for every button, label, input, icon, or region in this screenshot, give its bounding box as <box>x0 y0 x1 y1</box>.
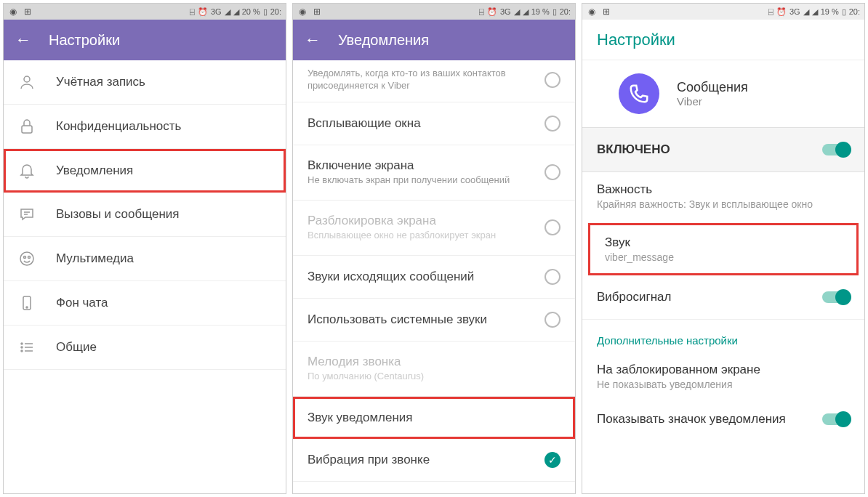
importance-item[interactable]: Важность Крайняя важность: Звук и всплыв… <box>582 172 864 220</box>
item-label: Мультимедиа <box>56 251 271 266</box>
item-label: Учётная запись <box>56 75 271 89</box>
vibro-title: Вибросигнал <box>597 290 671 304</box>
importance-sub: Крайняя важность: Звук и всплывающее окн… <box>597 198 850 210</box>
signal-icon: ◢ <box>514 7 520 17</box>
item-title: Звуки исходящих сообщений <box>308 270 544 284</box>
toggle-on-icon[interactable] <box>822 413 850 425</box>
settings-list: Учётная запись Конфиденциальность Уведом… <box>4 60 286 493</box>
eye-icon <box>587 7 597 17</box>
phone-3-android-settings: ⌸ ⏰ 3G ◢ ◢ 19 % ▯ 20: Настройки Сообщени… <box>582 3 865 494</box>
radio-icon[interactable] <box>544 164 560 180</box>
cast-icon: ⌸ <box>479 7 484 16</box>
signal-icon-2: ◢ <box>233 7 239 17</box>
item-label: Конфиденциальность <box>56 119 271 134</box>
settings-item-user[interactable]: Учётная запись <box>4 60 286 105</box>
teamviewer-icon <box>23 7 33 17</box>
importance-title: Важность <box>597 182 850 197</box>
settings-item-chat[interactable]: Вызовы и сообщения <box>4 193 286 237</box>
notification-item[interactable]: Использовать системные звуки <box>293 299 575 342</box>
item-label: Общие <box>56 340 271 355</box>
eye-icon <box>297 7 308 17</box>
settings-item-bell[interactable]: Уведомления <box>4 149 286 193</box>
enabled-toggle-row[interactable]: ВКЛЮЧЕНО <box>582 127 864 172</box>
notification-item[interactable]: Вибрация при звонке ✓ <box>293 439 575 482</box>
item-title: Разблокировка экрана <box>308 214 544 228</box>
item-label: Уведомления <box>56 163 271 178</box>
alarm-icon: ⏰ <box>198 7 208 17</box>
signal-icon: ◢ <box>803 7 809 17</box>
app-header: ← Уведомления <box>293 20 575 60</box>
viber-app-icon <box>619 73 659 114</box>
sound-item[interactable]: Звук viber_message <box>588 223 859 275</box>
svg-point-0 <box>24 76 30 82</box>
notification-item: Мелодия звонка По умолчанию (Centaurus) <box>293 342 575 397</box>
notifications-list: Уведомлять, когда кто-то из ваших контак… <box>293 60 575 493</box>
checkbox-checked-icon[interactable]: ✓ <box>544 452 560 468</box>
teamviewer-icon <box>312 7 322 17</box>
app-sub: Viber <box>677 95 748 108</box>
notification-item[interactable]: Звук уведомления <box>293 397 575 439</box>
notification-item: Разблокировка экрана Всплывающее окно не… <box>293 201 575 256</box>
enabled-label: ВКЛЮЧЕНО <box>597 142 670 157</box>
item-sub: Не включать экран при получении сообщени… <box>308 174 544 187</box>
settings-item-media[interactable]: Мультимедиа <box>4 237 286 281</box>
app-name: Сообщения <box>677 80 748 95</box>
battery-icon: ▯ <box>842 7 846 17</box>
list-icon <box>18 339 36 356</box>
divider <box>582 319 864 320</box>
eye-icon <box>8 7 18 17</box>
radio-icon[interactable] <box>544 219 560 235</box>
radio-icon[interactable] <box>544 269 560 285</box>
media-icon <box>18 250 36 267</box>
sound-sub: viber_message <box>605 251 842 263</box>
toggle-on-icon[interactable] <box>822 144 850 155</box>
cast-icon: ⌸ <box>768 7 773 16</box>
radio-icon[interactable] <box>544 312 560 328</box>
svg-point-3 <box>24 256 26 259</box>
badge-title: Показывать значок уведомления <box>597 412 786 427</box>
battery-text: 20 % <box>242 7 260 16</box>
svg-rect-1 <box>22 126 32 133</box>
badge-item[interactable]: Показывать значок уведомления <box>582 400 864 438</box>
notification-item[interactable]: Звуки исходящих сообщений <box>293 256 575 299</box>
settings-item-phone[interactable]: Фон чата <box>4 281 286 326</box>
bell-icon <box>18 162 36 179</box>
app-row: Сообщения Viber <box>582 60 864 127</box>
alarm-icon: ⏰ <box>487 7 497 17</box>
notification-item[interactable]: Включение экрана Не включать экран при п… <box>293 145 575 201</box>
header-title: Настройки <box>597 31 675 49</box>
notification-item[interactable]: Всплывающие окна <box>293 102 575 145</box>
settings-item-lock[interactable]: Конфиденциальность <box>4 105 286 149</box>
alarm-icon: ⏰ <box>776 7 787 17</box>
battery-icon: ▯ <box>263 7 268 17</box>
clock-text: 20: <box>560 7 571 16</box>
signal-icon-2: ◢ <box>523 7 529 17</box>
phone-2-viber-notifications: ⌸ ⏰ 3G ◢ ◢ 19 % ▯ 20: ← Уведомления Увед… <box>292 3 576 494</box>
android-notif-settings: Сообщения Viber ВКЛЮЧЕНО Важность Крайня… <box>582 60 864 493</box>
lock-icon <box>18 118 36 135</box>
item-title: Использовать системные звуки <box>308 312 544 327</box>
back-arrow-icon[interactable]: ← <box>305 31 321 49</box>
sound-title: Звук <box>605 235 842 250</box>
svg-point-2 <box>20 252 33 265</box>
vibro-item[interactable]: Вибросигнал <box>582 278 864 316</box>
settings-item-list[interactable]: Общие <box>4 326 286 370</box>
list-item-partial[interactable]: Уведомлять, когда кто-то из ваших контак… <box>293 60 575 102</box>
status-bar: ⌸ ⏰ 3G ◢ ◢ 19 % ▯ 20: <box>582 4 864 20</box>
svg-point-9 <box>21 350 23 352</box>
back-arrow-icon[interactable]: ← <box>15 31 31 49</box>
svg-point-8 <box>21 347 23 348</box>
svg-point-6 <box>26 307 28 308</box>
battery-text: 19 % <box>821 7 839 16</box>
item-sub: Уведомлять, когда кто-то из ваших контак… <box>308 68 544 92</box>
svg-point-7 <box>21 343 23 344</box>
signal-3g-icon: 3G <box>500 7 511 16</box>
toggle-on-icon[interactable] <box>822 291 850 303</box>
radio-icon[interactable] <box>544 72 560 88</box>
radio-icon[interactable] <box>544 116 560 132</box>
app-header: ← Настройки <box>4 20 286 60</box>
item-sub: Всплывающее окно не разблокирует экран <box>308 230 544 242</box>
battery-text: 19 % <box>531 7 550 16</box>
lockscreen-item[interactable]: На заблокированном экране Не показывать … <box>582 352 864 400</box>
battery-icon: ▯ <box>552 7 557 17</box>
